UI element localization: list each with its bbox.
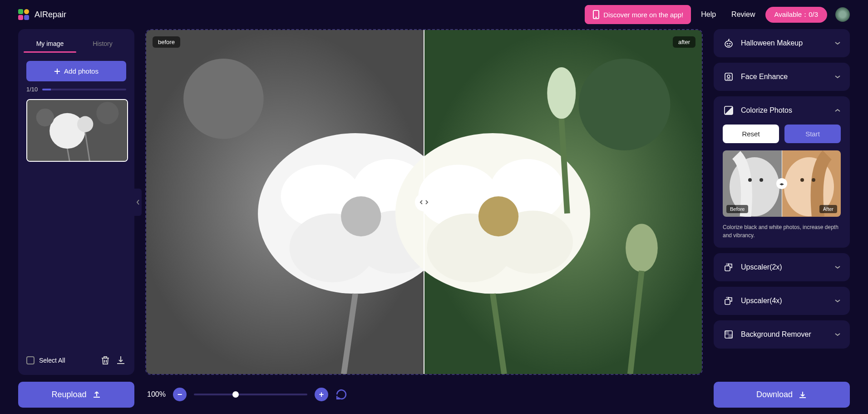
- discover-app-button[interactable]: Discover more on the app!: [585, 5, 691, 24]
- reset-zoom-icon[interactable]: [335, 389, 347, 400]
- plus-icon: [54, 68, 60, 75]
- tool-halloween-makeup[interactable]: Halloween Makeup: [714, 29, 850, 57]
- before-badge: before: [153, 36, 180, 48]
- tab-my-image[interactable]: My image: [24, 35, 76, 53]
- logo-mark-icon: [18, 9, 29, 20]
- tool-colorize-header[interactable]: Colorize Photos: [723, 105, 841, 116]
- colorize-preview: ◂▸ Before After: [723, 150, 841, 217]
- svg-point-6: [77, 116, 93, 132]
- svg-rect-44: [725, 331, 729, 334]
- tool-colorize-photos: Colorize Photos Reset Start: [714, 96, 850, 248]
- collapse-sidebar-button[interactable]: [134, 189, 142, 216]
- svg-point-12: [579, 59, 671, 150]
- zoom-slider-thumb[interactable]: [232, 391, 239, 398]
- svg-rect-45: [729, 334, 732, 338]
- upload-count: 1/10: [26, 86, 38, 93]
- comparison-slider-handle[interactable]: [415, 193, 433, 211]
- chevron-down-icon: [834, 299, 841, 303]
- download-icon: [798, 390, 807, 399]
- preview-before-badge: Before: [726, 205, 748, 213]
- tab-history[interactable]: History: [76, 35, 129, 53]
- zoom-percentage: 100%: [147, 390, 166, 399]
- sidebar: My image History Add photos 1/10 Select: [18, 29, 134, 375]
- svg-rect-28: [725, 73, 732, 80]
- reupload-button[interactable]: Reupload: [18, 382, 134, 408]
- delete-icon[interactable]: [100, 355, 111, 366]
- svg-point-29: [727, 75, 730, 78]
- preview-slider-icon: ◂▸: [776, 178, 787, 189]
- chevron-down-icon: [834, 75, 841, 79]
- tool-upscaler-2x[interactable]: 2X Upscaler(2x): [714, 253, 850, 281]
- comparison-canvas[interactable]: before after: [145, 29, 703, 375]
- upload-icon: [92, 390, 101, 399]
- face-enhance-icon: [723, 71, 735, 83]
- slider-arrows-icon: [419, 199, 429, 205]
- app-name: AIRepair: [35, 10, 66, 20]
- upload-progress: [42, 89, 126, 90]
- pumpkin-icon: [723, 37, 735, 49]
- after-badge: after: [673, 36, 695, 48]
- colorize-icon: [723, 105, 735, 116]
- tool-upscaler-4x[interactable]: 4X Upscaler(4x): [714, 287, 850, 315]
- zoom-slider[interactable]: [194, 394, 307, 395]
- upscale-4x-icon: 4X: [723, 295, 735, 307]
- add-photos-button[interactable]: Add photos: [26, 61, 126, 81]
- svg-point-24: [478, 196, 518, 236]
- svg-rect-39: [725, 266, 730, 271]
- tool-face-enhance[interactable]: Face Enhance: [714, 63, 850, 91]
- chevron-down-icon: [834, 265, 841, 269]
- select-all-checkbox[interactable]: [26, 356, 35, 364]
- tool-background-remover[interactable]: Background Remover: [714, 320, 850, 349]
- avatar[interactable]: [835, 7, 850, 22]
- chevron-down-icon: [834, 41, 841, 45]
- review-link[interactable]: Review: [726, 6, 760, 23]
- image-thumbnail[interactable]: [26, 99, 128, 162]
- download-button[interactable]: Download: [714, 382, 850, 408]
- colorize-description: Colorize black and white photos, increas…: [723, 223, 841, 239]
- svg-rect-41: [725, 299, 730, 304]
- svg-point-37: [800, 178, 804, 182]
- zoom-controls: 100% − +: [147, 388, 347, 401]
- upscale-2x-icon: 2X: [723, 261, 735, 273]
- svg-point-35: [748, 178, 752, 182]
- download-all-icon[interactable]: [115, 355, 126, 366]
- available-credits-button[interactable]: Available：0/3: [765, 7, 827, 23]
- svg-text:4X: 4X: [726, 296, 729, 299]
- svg-point-25: [547, 67, 576, 119]
- svg-point-7: [36, 109, 54, 126]
- svg-point-26: [626, 224, 658, 272]
- start-button[interactable]: Start: [784, 125, 841, 143]
- reset-button[interactable]: Reset: [723, 125, 779, 143]
- zoom-out-button[interactable]: −: [173, 388, 187, 401]
- svg-point-36: [760, 178, 763, 182]
- preview-after-badge: After: [819, 205, 837, 213]
- zoom-in-button[interactable]: +: [315, 388, 328, 401]
- svg-point-27: [725, 41, 732, 47]
- svg-point-8: [96, 102, 118, 124]
- tab-indicator: [24, 51, 76, 53]
- app-logo[interactable]: AIRepair: [18, 9, 66, 20]
- chevron-left-icon: [136, 199, 140, 205]
- chevron-down-icon: [834, 333, 841, 336]
- select-all-label: Select All: [39, 357, 65, 364]
- svg-text:2X: 2X: [726, 263, 729, 265]
- svg-point-11: [183, 59, 264, 139]
- svg-point-38: [812, 178, 815, 182]
- bg-remove-icon: [723, 329, 735, 340]
- svg-point-18: [341, 196, 381, 236]
- phone-icon: [592, 10, 600, 19]
- chevron-up-icon: [834, 109, 841, 112]
- help-link[interactable]: Help: [695, 6, 721, 23]
- tools-panel: Halloween Makeup Face Enhance Colorize P…: [714, 29, 850, 375]
